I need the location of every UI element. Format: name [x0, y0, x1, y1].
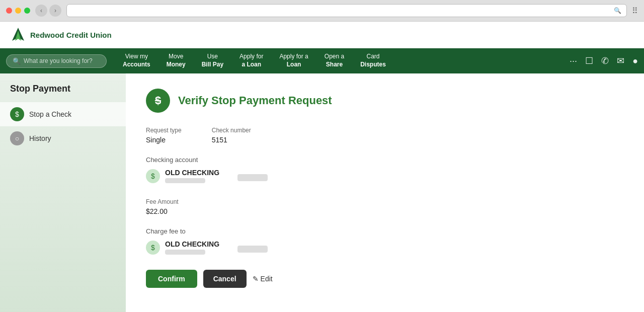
history-icon: ○	[10, 131, 24, 145]
no-dollar-icon: $	[155, 94, 161, 107]
checking-account-info: OLD CHECKING	[165, 169, 219, 183]
main-layout: Stop Payment $ Stop a Check ○ History $ …	[0, 73, 644, 312]
logo: Redwood Credit Union	[10, 27, 112, 43]
page-title-suffix: Request	[285, 94, 332, 107]
nav-move-money[interactable]: Move Money	[158, 49, 194, 72]
traffic-light-yellow[interactable]	[15, 8, 21, 14]
checking-account-section: Checking account $ OLD CHECKING	[146, 156, 624, 186]
request-info-row: Request type Single Check number 5151	[146, 127, 624, 144]
check-number-group: Check number 5151	[212, 127, 251, 144]
edit-label: Edit	[261, 275, 273, 283]
nav-item-line1: Use	[202, 53, 223, 61]
nav-item-line1: Apply for	[239, 53, 263, 61]
charge-fee-icon: $	[146, 241, 160, 255]
nav-item-line1: Move	[167, 53, 186, 61]
nav-item-line1: Open a	[325, 53, 344, 61]
mail-icon[interactable]: ✉	[617, 55, 624, 66]
fee-amount-value: $22.00	[146, 207, 624, 215]
app-header: Redwood Credit Union	[0, 22, 644, 48]
charge-fee-label: Charge fee to	[146, 227, 624, 235]
charge-fee-card: $ OLD CHECKING	[146, 240, 219, 255]
search-icon: 🔍	[614, 7, 621, 14]
checking-account-name: OLD CHECKING	[165, 169, 219, 177]
search-placeholder: What are you looking for?	[24, 57, 93, 64]
action-buttons: Confirm Cancel ✎ Edit	[146, 270, 624, 288]
request-type-label: Request type	[146, 127, 182, 134]
nav-apply-loan-2[interactable]: Apply for a Loan	[271, 49, 316, 72]
edit-button[interactable]: ✎ Edit	[253, 275, 273, 283]
page-title: Verify Stop Payment Request	[178, 94, 332, 107]
charge-fee-number-blur	[165, 250, 205, 255]
url-bar[interactable]: 🔍	[66, 4, 627, 17]
check-number-value: 5151	[212, 136, 251, 144]
more-options-icon[interactable]: ···	[570, 56, 577, 66]
nav-item-line1: Apply for a	[279, 53, 308, 61]
nav-card-disputes[interactable]: Card Disputes	[352, 49, 394, 72]
request-type-value: Single	[146, 136, 182, 144]
search-box[interactable]: 🔍 What are you looking for?	[6, 54, 107, 68]
nav-item-line1: Card	[360, 53, 386, 61]
search-icon: 🔍	[13, 57, 21, 65]
nav-item-line2: Accounts	[123, 61, 150, 69]
page-title-highlight: Payment	[239, 94, 285, 107]
checking-account-card: $ OLD CHECKING	[146, 169, 219, 183]
confirm-button[interactable]: Confirm	[146, 270, 197, 288]
sidebar-item-label-history: History	[29, 134, 51, 142]
chat-icon[interactable]: ☐	[585, 55, 593, 66]
traffic-light-red[interactable]	[6, 8, 12, 14]
back-button[interactable]: ‹	[35, 5, 47, 17]
sidebar-item-history[interactable]: ○ History	[0, 126, 126, 150]
nav-items: View my Accounts Move Money Use Bill Pay…	[115, 49, 570, 72]
nav-item-line2: Money	[167, 61, 186, 69]
logo-icon	[10, 27, 26, 43]
nav-item-line1: View my	[123, 53, 150, 61]
sidebar-title: Stop Payment	[0, 84, 126, 102]
charge-fee-info: OLD CHECKING	[165, 240, 219, 255]
checking-account-number-blur	[165, 178, 205, 183]
app-container: Redwood Credit Union 🔍 What are you look…	[0, 22, 644, 312]
nav-item-line2: Share	[325, 61, 344, 69]
sidebar: Stop Payment $ Stop a Check ○ History	[0, 73, 126, 312]
checking-account-balance-blur	[237, 174, 268, 181]
page-header-icon: $	[146, 89, 170, 113]
browser-menu-icon: ⠿	[632, 6, 638, 16]
nav-item-line2: Bill Pay	[202, 61, 223, 69]
nav-bill-pay[interactable]: Use Bill Pay	[194, 49, 231, 72]
fee-amount-group: Fee Amount $22.00	[146, 198, 624, 215]
nav-item-line2: Loan	[279, 61, 308, 69]
page-title-prefix: Verify Stop	[178, 94, 239, 107]
forward-button[interactable]: ›	[49, 5, 61, 17]
nav-bar: 🔍 What are you looking for? View my Acco…	[0, 48, 644, 73]
fee-amount-label: Fee Amount	[146, 198, 624, 205]
nav-view-accounts[interactable]: View my Accounts	[115, 49, 158, 72]
nav-open-share[interactable]: Open a Share	[316, 49, 352, 72]
nav-apply-loan[interactable]: Apply for a Loan	[231, 49, 271, 72]
checking-account-label: Checking account	[146, 156, 624, 164]
charge-fee-row: $ OLD CHECKING	[146, 240, 624, 258]
logo-text: Redwood Credit Union	[30, 31, 112, 39]
sidebar-item-stop-check[interactable]: $ Stop a Check	[0, 102, 126, 126]
charge-fee-balance-blur	[237, 246, 268, 253]
check-number-label: Check number	[212, 127, 251, 134]
cancel-button[interactable]: Cancel	[203, 270, 247, 288]
charge-fee-account-name: OLD CHECKING	[165, 240, 219, 248]
request-type-group: Request type Single	[146, 127, 182, 144]
sidebar-item-label-stop-check: Stop a Check	[29, 110, 71, 118]
stop-check-icon: $	[10, 107, 24, 121]
user-icon[interactable]: ●	[632, 56, 638, 66]
traffic-light-green[interactable]	[24, 8, 30, 14]
checking-account-row: $ OLD CHECKING	[146, 169, 624, 186]
nav-item-line2: a Loan	[239, 61, 263, 69]
nav-icons: ··· ☐ ✆ ✉ ●	[570, 55, 638, 66]
phone-icon[interactable]: ✆	[601, 55, 609, 66]
nav-item-line2: Disputes	[360, 61, 386, 69]
checking-account-icon: $	[146, 169, 160, 183]
page-header: $ Verify Stop Payment Request	[146, 89, 624, 113]
edit-pencil-icon: ✎	[253, 275, 259, 283]
main-content: $ Verify Stop Payment Request Request ty…	[126, 73, 644, 312]
charge-fee-section: Charge fee to $ OLD CHECKING	[146, 227, 624, 258]
